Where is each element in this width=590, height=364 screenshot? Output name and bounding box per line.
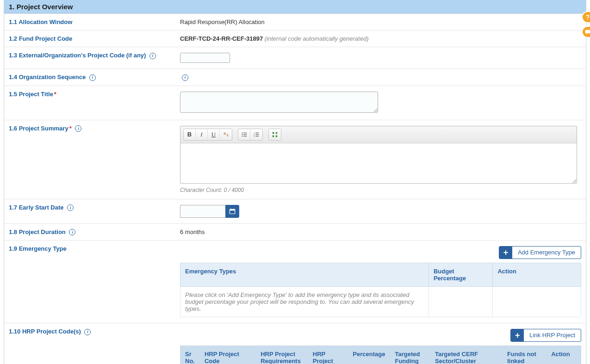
bold-button[interactable]: B — [184, 129, 196, 140]
svg-text:3: 3 — [254, 135, 255, 137]
row-external-code: 1.3 External/Organization's Project Code… — [4, 47, 586, 69]
numbered-list-button[interactable]: 123 — [250, 129, 262, 140]
link-hrp-project-button[interactable]: + Link HRP Project — [510, 329, 581, 342]
required-marker: * — [69, 125, 72, 132]
col-sr-no: Sr No. — [180, 346, 200, 364]
emergency-placeholder: Please click on 'Add Emergency Type' to … — [180, 287, 429, 317]
plus-icon: + — [511, 329, 524, 341]
date-picker — [180, 205, 581, 218]
svg-point-5 — [242, 136, 242, 136]
label-project-summary: 1.6 Project Summary* i — [4, 120, 175, 199]
col-targeted-funding: Targeted Funding — [390, 346, 430, 364]
row-early-start: 1.7 Early Start Date i — [4, 199, 586, 224]
label-project-title: 1.5 Project Title* — [4, 86, 175, 120]
col-budget-percentage: Budget Percentage — [429, 263, 493, 287]
hrp-projects-table: Sr No. HRP Project Code (Comma separated… — [180, 345, 581, 364]
col-hrp-requirements: HRP Project Requirements — [256, 346, 308, 364]
row-org-sequence: 1.4 Organization Sequence i i — [4, 69, 586, 86]
label-org-sequence: 1.4 Organization Sequence i — [4, 69, 175, 86]
info-icon[interactable]: i — [182, 74, 188, 81]
bullet-list-button[interactable] — [238, 129, 250, 140]
label-early-start: 1.7 Early Start Date i — [4, 199, 175, 223]
col-funds-not-linked: Funds not linked — [502, 346, 546, 364]
add-emergency-type-button[interactable]: + Add Emergency Type — [499, 246, 581, 259]
fund-code-value: CERF-TCD-24-RR-CEF-31897 — [180, 35, 263, 42]
fullscreen-button[interactable] — [269, 129, 281, 140]
col-action: Action — [493, 263, 581, 287]
svg-rect-12 — [255, 136, 259, 136]
clear-format-button[interactable]: A — [220, 129, 232, 140]
svg-text:A: A — [226, 133, 229, 137]
row-duration: 1.8 Project Duration i 6 months — [4, 224, 586, 241]
col-percentage: Percentage — [348, 346, 390, 364]
col-targeted-cerf: Targeted CERF Sector/Cluster (Project Bu… — [430, 346, 503, 364]
rte-toolbar: B I U A 123 — [180, 126, 577, 143]
svg-point-1 — [242, 132, 242, 133]
row-project-summary: 1.6 Project Summary* i B I U A — [4, 120, 586, 199]
svg-rect-8 — [255, 132, 259, 133]
early-start-input[interactable] — [180, 205, 225, 218]
rich-text-editor: B I U A 123 — [180, 126, 577, 193]
info-icon[interactable]: i — [67, 204, 74, 211]
svg-rect-14 — [276, 132, 278, 134]
svg-rect-16 — [276, 135, 278, 137]
project-overview-section: 1. Project Overview 1.1 Allocation Windo… — [4, 0, 586, 364]
label-external-code: 1.3 External/Organization's Project Code… — [4, 47, 175, 68]
info-icon[interactable]: i — [149, 53, 156, 59]
svg-rect-13 — [273, 132, 274, 134]
fund-code-note: (internal code automatically generated) — [265, 35, 369, 42]
label-hrp-codes: 1.10 HRP Project Code(s) i — [4, 323, 175, 364]
svg-rect-2 — [243, 132, 247, 133]
info-icon[interactable]: i — [89, 74, 96, 81]
underline-button[interactable]: U — [208, 129, 220, 140]
col-hrp-funding: HRP Project Funding — [308, 346, 348, 364]
side-help-bubbles: ? — [582, 11, 590, 38]
col-hrp-code: HRP Project Code (Comma separated cluste… — [199, 346, 255, 364]
value-fund-code: CERF-TCD-24-RR-CEF-31897 (internal code … — [175, 31, 586, 47]
info-icon[interactable]: i — [69, 229, 75, 235]
chat-bubble-icon[interactable] — [582, 26, 590, 38]
row-project-title: 1.5 Project Title* — [4, 86, 586, 120]
section-title: 1. Project Overview — [4, 0, 586, 14]
row-allocation-window: 1.1 Allocation Window Rapid Response(RR)… — [4, 14, 586, 31]
svg-rect-20 — [233, 208, 234, 210]
project-title-input[interactable] — [180, 92, 378, 113]
project-summary-input[interactable] — [180, 143, 577, 184]
info-icon[interactable]: i — [75, 125, 81, 132]
plus-icon: + — [499, 247, 512, 259]
external-code-input[interactable] — [180, 53, 230, 63]
required-marker: * — [54, 91, 56, 98]
col-action: Action — [547, 346, 581, 364]
row-fund-code: 1.2 Fund Project Code CERF-TCD-24-RR-CEF… — [4, 31, 586, 47]
label-fund-code: 1.2 Fund Project Code — [4, 31, 175, 47]
value-duration: 6 months — [175, 224, 586, 241]
svg-rect-18 — [230, 209, 235, 210]
value-allocation-window: Rapid Response(RR) Allocation — [175, 14, 586, 30]
calendar-button[interactable] — [225, 205, 239, 218]
label-emergency-type: 1.9 Emergency Type — [4, 241, 175, 323]
row-hrp-codes: 1.10 HRP Project Code(s) i + Link HRP Pr… — [4, 323, 586, 364]
table-row: Please click on 'Add Emergency Type' to … — [180, 287, 581, 317]
label-duration: 1.8 Project Duration i — [4, 224, 175, 241]
label-allocation-window: 1.1 Allocation Window — [4, 14, 175, 30]
row-emergency-type: 1.9 Emergency Type + Add Emergency Type … — [4, 241, 586, 323]
svg-rect-6 — [243, 136, 247, 136]
svg-point-3 — [242, 134, 242, 135]
character-count: Character Count: 0 / 4000 — [180, 187, 577, 193]
svg-rect-4 — [243, 134, 247, 135]
italic-button[interactable]: I — [196, 129, 208, 140]
svg-rect-15 — [273, 135, 274, 137]
svg-rect-10 — [255, 134, 259, 135]
svg-rect-19 — [231, 208, 231, 210]
col-emergency-types: Emergency Types — [180, 263, 429, 287]
help-bubble-icon[interactable]: ? — [582, 11, 590, 23]
info-icon[interactable]: i — [84, 329, 91, 335]
emergency-types-table: Emergency Types Budget Percentage Action… — [180, 263, 581, 317]
